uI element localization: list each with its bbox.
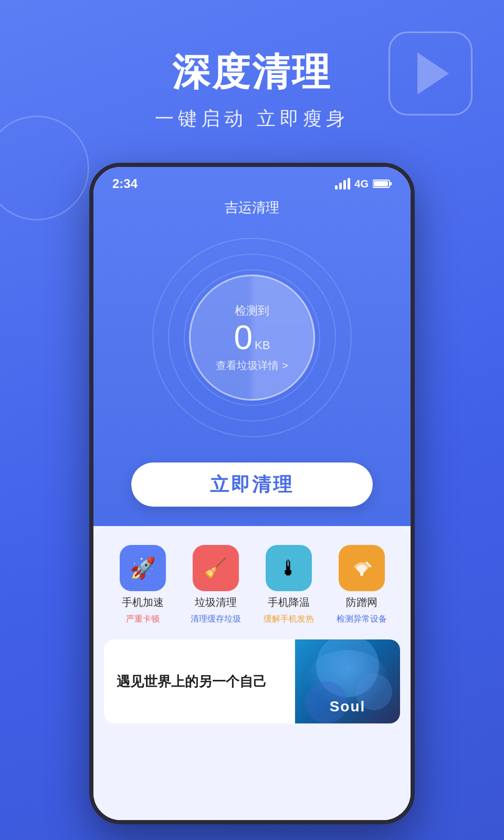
feature-item-accelerate[interactable]: 🚀 手机加速 严重卡顿 — [111, 545, 174, 625]
signal-bar-1 — [335, 185, 338, 190]
feature-status-accelerate: 严重卡顿 — [126, 614, 160, 625]
sub-title: 一键启动 立即瘦身 — [0, 106, 504, 132]
gauge-number: 0 — [234, 321, 253, 354]
gauge-detail[interactable]: 查看垃圾详情 > — [216, 359, 288, 373]
gauge-circle: 检测到 0 KB 查看垃圾详情 > — [189, 275, 315, 401]
main-title: 深度清理 — [0, 47, 504, 98]
feature-item-cool[interactable]: 🌡 手机降温 缓解手机发热 — [257, 545, 320, 625]
feature-item-wifi[interactable]: 防蹭网 检测异常设备 — [330, 545, 393, 625]
app-title: 吉运清理 — [225, 200, 279, 215]
ad-title: 遇见世界上的另一个自己 — [117, 673, 282, 691]
status-icons: 4G — [335, 178, 392, 190]
status-bar: 2:34 4G — [93, 167, 411, 191]
feature-status-clean: 清理缓存垃圾 — [191, 614, 241, 625]
ad-image: Soul — [295, 639, 400, 723]
phone-mockup: 2:34 4G 吉运清理 — [89, 163, 415, 824]
gauge-outer: 检测到 0 KB 查看垃圾详情 > — [152, 238, 352, 437]
clean-button[interactable]: 立即清理 — [131, 463, 373, 507]
feature-icon-clean: 🧹 — [193, 545, 239, 591]
feature-name-clean: 垃圾清理 — [195, 595, 237, 610]
gauge-container: 检测到 0 KB 查看垃圾详情 > — [93, 238, 411, 437]
feature-icon-wifi — [339, 545, 385, 591]
feature-name-cool: 手机降温 — [268, 595, 310, 610]
feature-grid: 🚀 手机加速 严重卡顿 🧹 垃圾清理 清理缓存垃圾 🌡 手机降温 缓解手机发热 — [93, 526, 411, 625]
clean-button-wrap: 立即清理 — [93, 463, 411, 507]
feature-icon-cool: 🌡 — [266, 545, 312, 591]
wifi-block-icon — [349, 555, 375, 581]
gauge-value: 0 KB — [234, 321, 270, 354]
feature-item-clean[interactable]: 🧹 垃圾清理 清理缓存垃圾 — [184, 545, 247, 625]
gauge-unit: KB — [255, 339, 270, 352]
app-title-bar: 吉运清理 — [93, 191, 411, 217]
signal-bar-2 — [339, 183, 342, 190]
network-type: 4G — [354, 178, 369, 190]
ad-brand: Soul — [330, 698, 366, 715]
signal-bar-3 — [343, 180, 346, 190]
ad-text-area: 遇见世界上的另一个自己 — [104, 673, 295, 691]
feature-name-wifi: 防蹭网 — [346, 595, 377, 610]
header-section: 深度清理 一键启动 立即瘦身 — [0, 47, 504, 132]
status-time: 2:34 — [112, 176, 138, 191]
svg-point-3 — [360, 573, 363, 576]
svg-rect-1 — [390, 182, 392, 185]
feature-status-cool: 缓解手机发热 — [264, 614, 314, 625]
feature-status-wifi: 检测异常设备 — [337, 614, 387, 625]
svg-rect-2 — [374, 181, 388, 186]
signal-bar-4 — [348, 178, 350, 190]
phone-inner: 2:34 4G 吉运清理 — [93, 167, 411, 820]
gauge-label: 检测到 — [235, 303, 269, 319]
battery-icon — [373, 179, 392, 188]
feature-icon-accelerate: 🚀 — [120, 545, 166, 591]
signal-icon — [335, 178, 350, 190]
bottom-section: 🚀 手机加速 严重卡顿 🧹 垃圾清理 清理缓存垃圾 🌡 手机降温 缓解手机发热 — [93, 526, 411, 820]
ad-banner[interactable]: 遇见世界上的另一个自己 Soul — [104, 639, 400, 723]
feature-name-accelerate: 手机加速 — [122, 595, 164, 610]
